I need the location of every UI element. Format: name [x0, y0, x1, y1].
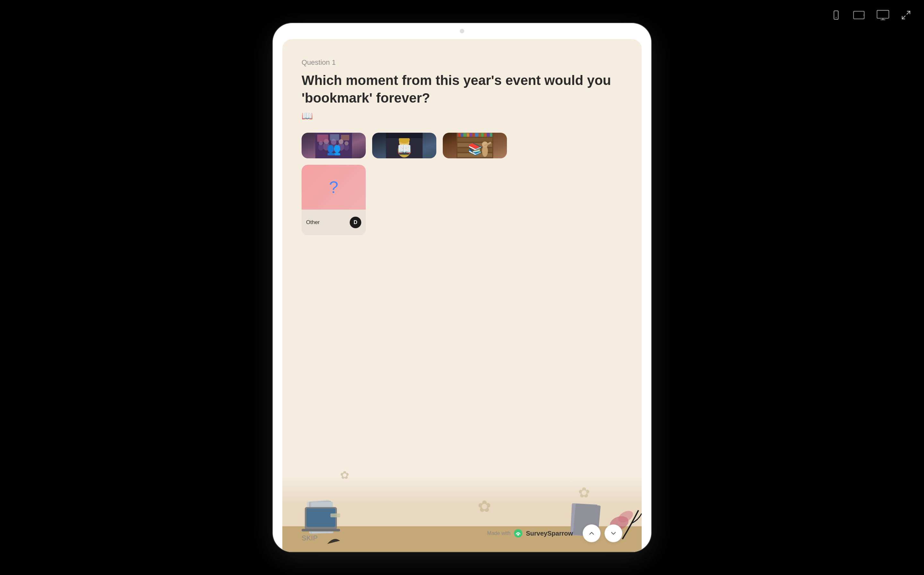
tablet-camera [460, 29, 464, 33]
tablet-frame: Question 1 Which moment from this year's… [273, 23, 651, 552]
svg-rect-29 [386, 133, 422, 138]
nav-up-button[interactable] [583, 524, 601, 542]
svg-rect-48 [490, 133, 492, 137]
brand-made-with: Made with [487, 531, 510, 536]
svg-point-67 [517, 534, 519, 535]
svg-rect-33 [457, 138, 492, 142]
option-c-image [443, 133, 507, 158]
question-text: Which moment from this year's event woul… [301, 72, 623, 107]
svg-point-66 [514, 529, 522, 537]
svg-rect-38 [461, 133, 463, 137]
surveysparrow-brand: Made with SurveySparrow [487, 524, 623, 542]
svg-point-12 [330, 143, 338, 151]
svg-rect-4 [877, 10, 889, 18]
svg-rect-0 [834, 11, 838, 19]
device-icons [831, 10, 911, 23]
svg-rect-2 [854, 11, 864, 19]
svg-rect-59 [330, 513, 340, 517]
svg-rect-43 [475, 133, 478, 137]
svg-text:✿: ✿ [478, 497, 491, 515]
skip-button[interactable]: SKIP [301, 534, 318, 542]
nav-buttons [583, 524, 623, 542]
question-label: Question 1 [301, 58, 623, 67]
options-grid: Connecting with other readers A [301, 133, 623, 158]
svg-rect-41 [469, 133, 472, 137]
monitor-icon[interactable] [876, 10, 889, 23]
svg-point-10 [323, 142, 330, 150]
svg-rect-45 [481, 133, 483, 137]
option-a-card[interactable]: Connecting with other readers A [301, 133, 366, 158]
tablet-icon[interactable] [853, 10, 865, 23]
svg-rect-57 [306, 508, 335, 527]
option-d-label: Other [306, 219, 350, 226]
option-c-card[interactable]: Spending time at the library C [443, 133, 507, 158]
brand-name: SurveySparrow [526, 530, 573, 537]
expand-icon[interactable] [901, 10, 911, 23]
option-a-image [301, 133, 366, 158]
svg-point-19 [344, 141, 349, 146]
svg-rect-37 [458, 133, 460, 137]
nav-down-button[interactable] [604, 524, 623, 542]
svg-rect-22 [341, 135, 349, 140]
option-d-card[interactable]: ? Other D [301, 165, 366, 235]
option-d-image: ? [301, 165, 366, 210]
svg-rect-58 [301, 529, 340, 531]
svg-rect-46 [484, 133, 486, 137]
question-emoji: 📖 [301, 111, 623, 121]
svg-rect-27 [399, 148, 409, 155]
svg-rect-21 [330, 134, 339, 141]
svg-rect-20 [317, 135, 328, 142]
option-b-image [372, 133, 437, 158]
phone-icon[interactable] [831, 10, 841, 23]
svg-rect-40 [467, 133, 469, 137]
ss-logo-icon [514, 529, 523, 538]
svg-rect-47 [487, 133, 490, 137]
survey-content: Question 1 Which moment from this year's… [282, 39, 642, 552]
svg-rect-44 [478, 133, 481, 137]
survey-bottom: ✿ ✿ SKIP Made with [282, 475, 642, 552]
options-row2: ? Other D [301, 165, 623, 235]
option-b-card[interactable]: Discovering new books B [372, 133, 437, 158]
svg-rect-39 [464, 133, 467, 137]
svg-line-8 [902, 16, 905, 19]
svg-text:✿: ✿ [578, 484, 590, 500]
svg-point-24 [398, 143, 411, 158]
svg-line-7 [907, 11, 910, 14]
option-d-bottom: Other D [301, 210, 366, 235]
svg-rect-42 [473, 133, 475, 137]
option-d-badge: D [350, 217, 361, 228]
